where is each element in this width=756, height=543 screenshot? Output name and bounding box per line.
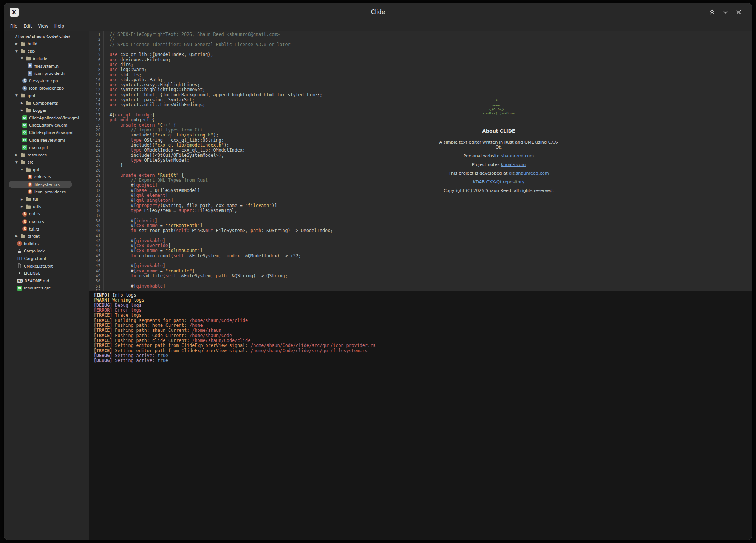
tree-item-icon_provider.h[interactable]: Hicon_provider.h xyxy=(4,70,89,77)
line-number: 21 xyxy=(89,133,100,138)
line-number: 32 xyxy=(89,188,100,193)
tree-item-Cargo.toml[interactable]: [T]Cargo.toml xyxy=(4,255,89,262)
file-icon-rs: R xyxy=(22,219,27,224)
tree-item-label: filesystem.h xyxy=(34,64,59,68)
tree-item-ClideApplicationView.qml[interactable]: QtClideApplicationView.qml xyxy=(4,114,89,122)
tree-item-build[interactable]: ▶build xyxy=(4,40,89,48)
tree-item-target[interactable]: ▶target xyxy=(4,232,89,240)
tree-item-ClideExplorerView.qml[interactable]: QtClideExplorerView.qml xyxy=(4,129,89,136)
log-line: [TRACE] Trace logs xyxy=(94,313,747,318)
tree-item-tui[interactable]: ▶tui xyxy=(4,195,89,203)
window-shade-button[interactable] xyxy=(709,9,716,15)
code-line: type QString = cxx_qt_lib::QString; xyxy=(110,138,333,143)
expand-arrow-icon[interactable]: ▶ xyxy=(21,198,26,201)
tree-item-filesystem.rs[interactable]: Rfilesystem.rs xyxy=(9,181,72,188)
tree-item-include[interactable]: ▼include xyxy=(4,55,89,62)
expand-arrow-icon[interactable]: ▶ xyxy=(21,109,26,112)
tree-item-label: resources.qrc xyxy=(24,286,51,290)
tree-item-ClideEditorView.qml[interactable]: QtClideEditorView.qml xyxy=(4,122,89,129)
tree-item-resources.qrc[interactable]: Qtresources.qrc xyxy=(4,285,89,292)
link-knoats[interactable]: knoats.com xyxy=(501,162,526,167)
about-text: This project is developed at xyxy=(448,171,509,176)
code-line: #[cxx_name = "setRootPath"] xyxy=(110,223,333,228)
collapse-arrow-icon[interactable]: ▼ xyxy=(21,57,26,60)
line-number: 47 xyxy=(89,263,100,268)
code-line: #[base = QFileSystemModel] xyxy=(110,188,333,193)
tree-item-main.qml[interactable]: Qtmain.qml xyxy=(4,144,89,151)
tree-item-icon_provider.cpp[interactable]: Cicon_provider.cpp xyxy=(4,85,89,92)
tree-item-utils[interactable]: ▶utils xyxy=(4,203,89,210)
tree-item-qml[interactable]: ▼qml xyxy=(4,92,89,99)
tree-item-LICENSE[interactable]: ★LICENSE xyxy=(4,269,89,277)
tree-item-filesystem.cpp[interactable]: Cfilesystem.cpp xyxy=(4,77,89,85)
code-line: use std::path::Path; xyxy=(110,77,333,82)
tree-item-icon_provider.rs[interactable]: Ricon_provider.rs xyxy=(4,188,89,196)
link-git-shaunreed[interactable]: git.shaunreed.com xyxy=(509,171,549,176)
tree-item-gui.rs[interactable]: Rgui.rs xyxy=(4,210,89,218)
tree-item-label: gui.rs xyxy=(29,212,40,216)
tree-item-main.rs[interactable]: Rmain.rs xyxy=(4,218,89,225)
tree-item-Logger[interactable]: ▶Logger xyxy=(4,107,89,114)
tree-item-label: icon_provider.cpp xyxy=(29,86,64,90)
line-number: 11 xyxy=(89,82,100,87)
tree-item-label: src xyxy=(28,160,33,164)
menu-item-view[interactable]: View xyxy=(35,22,51,30)
code-line xyxy=(110,289,333,291)
tree-item-Cargo.lock[interactable]: Cargo.lock xyxy=(4,248,89,255)
file-icon-rs: R xyxy=(17,241,22,246)
link-kdab-cxx-qt[interactable]: KDAB CXX-Qt repository xyxy=(473,179,524,184)
line-numbers: 1234567891011121314151617181920212223242… xyxy=(89,31,104,291)
expand-arrow-icon[interactable]: ▶ xyxy=(15,42,20,45)
menu-item-help[interactable]: Help xyxy=(51,22,67,30)
tree-item-cpp[interactable]: ▼cpp xyxy=(4,48,89,55)
expand-arrow-icon[interactable]: ▶ xyxy=(15,153,20,156)
tree-item-tui.rs[interactable]: Rtui.rs xyxy=(4,225,89,233)
code-line: #[cxx_name = "columnCount"] xyxy=(110,248,333,253)
tree-item-CMakeLists.txt[interactable]: CMakeLists.txt xyxy=(4,262,89,270)
titlebar[interactable]: X Clide xyxy=(4,3,752,21)
tree-item-colors.rs[interactable]: Rcolors.rs xyxy=(4,173,89,181)
code-line: #[cxx_name = "readFile"] xyxy=(110,269,333,274)
log-line: [DEBUG] Setting active: true xyxy=(94,353,747,358)
log-console[interactable]: [INFO] Info logs[WARN] Warning logs[DEBU… xyxy=(89,291,752,540)
code-line: use cxx_qt_lib::{QModelIndex, QString}; xyxy=(110,52,333,57)
tree-item-src[interactable]: ▼src xyxy=(4,159,89,166)
code-line: unsafe extern "RustQt" { xyxy=(110,173,333,178)
tree-item-Components[interactable]: ▶Components xyxy=(4,99,89,107)
tree-item-README.md[interactable]: M↓README.md xyxy=(4,277,89,285)
tree-item-filesystem.h[interactable]: Hfilesystem.h xyxy=(4,62,89,70)
tree-item-ClideTreeView.qml[interactable]: QtClideTreeView.qml xyxy=(4,136,89,144)
tree-item-resources[interactable]: ▶resources xyxy=(4,151,89,159)
expand-arrow-icon[interactable]: ▶ xyxy=(15,235,20,238)
tree-item-label: ClideEditorView.qml xyxy=(29,123,68,127)
line-number: 39 xyxy=(89,223,100,228)
collapse-arrow-icon[interactable]: ▼ xyxy=(15,94,20,97)
expand-arrow-icon[interactable]: ▶ xyxy=(21,102,26,105)
tree-item-label: Components xyxy=(33,101,58,105)
menu-item-edit[interactable]: Edit xyxy=(20,22,35,30)
code-editor[interactable]: 1234567891011121314151617181920212223242… xyxy=(89,31,752,291)
tree-item-label: LICENSE xyxy=(24,271,40,275)
tree-item-label: tui.rs xyxy=(29,227,39,231)
log-line: [WARN] Warning logs xyxy=(94,298,747,303)
code-line xyxy=(110,47,333,52)
code-line: #[inherit] xyxy=(110,218,333,223)
collapse-arrow-icon[interactable]: ▼ xyxy=(15,50,20,53)
tree-item-gui[interactable]: ▼gui xyxy=(4,166,89,173)
link-shaunreed[interactable]: shaunreed.com xyxy=(501,153,534,158)
collapse-arrow-icon[interactable]: ▼ xyxy=(15,161,20,164)
tree-item-build.rs[interactable]: Rbuild.rs xyxy=(4,240,89,248)
expand-arrow-icon[interactable]: ▶ xyxy=(21,205,26,208)
window-close-button[interactable] xyxy=(735,9,742,15)
code-line: #[qobject] xyxy=(110,183,333,188)
menu-item-file[interactable]: File xyxy=(7,22,20,30)
tree-item-label: gui xyxy=(33,167,39,172)
log-line: [TRACE] Pushing path: shaun Current: /ho… xyxy=(94,328,747,333)
code-line: use log::warn; xyxy=(110,67,333,72)
collapse-arrow-icon[interactable]: ▼ xyxy=(21,168,26,171)
line-number: 16 xyxy=(89,108,100,113)
file-icon-rs: R xyxy=(28,189,32,194)
window-minimize-button[interactable] xyxy=(722,9,729,15)
line-number: 5 xyxy=(89,52,100,57)
code-line xyxy=(110,278,333,283)
